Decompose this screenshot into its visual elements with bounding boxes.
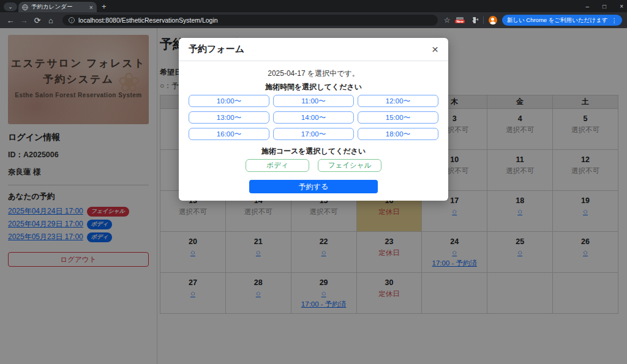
tab-title: 予約カレンダー: [31, 3, 86, 11]
tab-favicon-globe-icon: [22, 4, 28, 10]
address-bar[interactable]: i localhost:8080/EstheticReservationSyst…: [62, 15, 438, 26]
time-options: 10:00〜11:00〜12:00〜13:00〜14:00〜15:00〜16:0…: [189, 95, 438, 140]
selected-date-info: 2025-04-17 を選択中です。: [189, 69, 438, 78]
pill-menu-dots-icon[interactable]: ⋮: [612, 17, 618, 24]
new-extension-icon[interactable]: New: [455, 17, 464, 23]
modal-title: 予約フォーム: [189, 43, 244, 55]
time-slot-button[interactable]: 16:00〜: [189, 128, 269, 140]
tab-search-icon[interactable]: ⌄: [4, 2, 17, 11]
course-button[interactable]: フェイシャル: [318, 159, 381, 172]
site-info-icon[interactable]: i: [69, 17, 75, 23]
course-section-heading: 施術コースを選択してください: [189, 146, 438, 156]
forward-icon[interactable]: →: [18, 16, 29, 25]
time-slot-button[interactable]: 11:00〜: [273, 95, 354, 107]
url-text[interactable]: localhost:8080/EstheticReservationSystem…: [78, 17, 218, 24]
new-tab-icon[interactable]: +: [102, 2, 107, 11]
reservation-modal: 予約フォーム × 2025-04-17 を選択中です。 施術時間を選択してくださ…: [179, 38, 448, 201]
browser-tab[interactable]: 予約カレンダー ×: [18, 2, 97, 12]
course-options: ボディフェイシャル: [189, 159, 438, 172]
time-slot-button[interactable]: 10:00〜: [189, 95, 269, 107]
back-icon[interactable]: ←: [5, 16, 16, 25]
time-slot-button[interactable]: 14:00〜: [273, 111, 354, 124]
bookmark-star-icon[interactable]: ☆: [444, 16, 451, 24]
reload-icon[interactable]: ⟳: [32, 16, 43, 25]
time-slot-button[interactable]: 17:00〜: [273, 128, 354, 140]
time-slot-button[interactable]: 12:00〜: [358, 95, 438, 107]
time-slot-button[interactable]: 15:00〜: [358, 111, 438, 124]
browser-toolbar: ← → ⟳ ⌂ i localhost:8080/EstheticReserva…: [0, 12, 627, 28]
profile-avatar[interactable]: [489, 16, 497, 24]
page-content: ❀ エステサロン フォレスト 予約システム Esthe Salon Forest…: [0, 28, 627, 364]
window-minimize-icon[interactable]: –: [586, 3, 590, 10]
toolbar-divider: [483, 17, 484, 24]
time-slot-button[interactable]: 18:00〜: [358, 128, 438, 140]
modal-close-icon[interactable]: ×: [432, 45, 438, 54]
home-icon[interactable]: ⌂: [45, 16, 56, 25]
reserve-submit-button[interactable]: 予約する: [249, 180, 378, 193]
time-slot-button[interactable]: 13:00〜: [189, 111, 269, 124]
extensions-puzzle-icon[interactable]: [470, 16, 478, 24]
window-maximize-icon[interactable]: □: [603, 3, 606, 10]
chrome-upgrade-button[interactable]: 新しい Chrome をご利用いただけます ⋮: [502, 15, 622, 26]
time-section-heading: 施術時間を選択してください: [189, 82, 438, 92]
browser-titlebar: ⌄ 予約カレンダー × + – □ ×: [0, 0, 627, 12]
course-button[interactable]: ボディ: [246, 159, 309, 172]
window-close-icon[interactable]: ×: [620, 3, 623, 10]
tab-close-icon[interactable]: ×: [89, 4, 93, 11]
